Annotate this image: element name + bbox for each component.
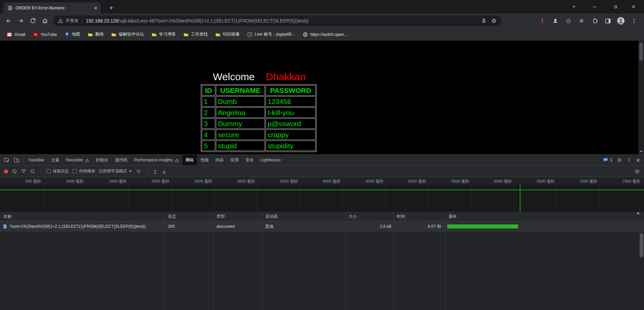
tab-search-button[interactable]	[566, 0, 582, 13]
import-har-button[interactable]	[152, 169, 158, 174]
devtools-tab-security[interactable]: 安全	[242, 155, 257, 165]
timeline-gridline	[257, 185, 257, 212]
network-request-row[interactable]: ?sort=1%20and%20if(1=2,1,(SELECT(1)FROM(…	[0, 221, 644, 231]
column-header-size[interactable]: 大小	[349, 212, 357, 221]
column-header-waterfall[interactable]: 瀑布	[449, 212, 457, 221]
home-button[interactable]	[39, 15, 51, 27]
bookmark-gmail[interactable]: Gmail	[4, 31, 28, 38]
tab-title: ORDER BY-Error-Numeric	[15, 6, 91, 10]
timeline-tick-label: 6000 毫秒	[471, 179, 512, 184]
network-overview-timeline[interactable]: 500 毫秒 1000 毫秒 1500 毫秒 2000 毫秒 2500 毫秒 3…	[0, 178, 644, 212]
column-separator	[394, 212, 394, 310]
extension-icon-4[interactable]	[576, 15, 587, 26]
inspect-element-button[interactable]	[1, 155, 11, 165]
bookmark-live-account[interactable]: Live 账号：jayjay66...	[244, 31, 298, 38]
divider	[23, 157, 24, 163]
request-name: ?sort=1%20and%20if(1=2,1,(SELECT(1)FROM(…	[9, 221, 146, 231]
export-har-button[interactable]	[162, 169, 167, 174]
bookmark-folder-forum[interactable]: 破解软件论坛	[108, 31, 147, 38]
request-initiator: 其他	[265, 221, 274, 231]
devtools-tab-recorder[interactable]: Recorder	[63, 155, 93, 165]
device-toolbar-button[interactable]	[11, 155, 21, 165]
share-button[interactable]	[479, 16, 489, 26]
home-icon	[42, 17, 48, 24]
address-bar[interactable]: 不安全 192.168.23.128/sqli-labs/Less-46/?so…	[53, 15, 502, 26]
col-password: PASSWORD	[266, 85, 316, 96]
devtools-tab-performance-insights[interactable]: Performance insights	[131, 155, 182, 165]
timeline-tick-label: 4000 毫秒	[300, 179, 340, 184]
network-conditions-button[interactable]	[136, 169, 141, 174]
devtools-tab-hackbar[interactable]: HackBar	[25, 155, 48, 165]
extension-icon-2[interactable]	[550, 15, 561, 26]
openai-icon	[303, 32, 308, 37]
scrollbar-thumb[interactable]	[639, 43, 643, 61]
bookmark-maps[interactable]: 地图	[62, 31, 83, 38]
new-tab-button[interactable]	[107, 3, 116, 12]
tab-close-icon[interactable]	[93, 6, 98, 10]
column-header-time[interactable]: 时间	[397, 212, 405, 221]
browser-menu-button[interactable]	[629, 15, 639, 26]
devtools-menu-button[interactable]	[627, 157, 631, 163]
bookmark-folder-mirror[interactable]: 咕咕镜像	[213, 31, 242, 38]
scrollbar-down-arrow[interactable]	[638, 149, 644, 154]
column-header-type[interactable]: 类型	[217, 212, 225, 221]
browser-tab[interactable]: ORDER BY-Error-Numeric	[3, 2, 101, 13]
inspect-icon	[4, 157, 9, 163]
extension-icon-3[interactable]	[563, 15, 574, 26]
devtools-tab-network[interactable]: 网络	[182, 155, 197, 165]
devtools-scrollbar-thumb[interactable]	[640, 233, 643, 257]
bookmark-star-button[interactable]	[489, 16, 499, 26]
devtools-tab-memory[interactable]: 内存	[212, 155, 227, 165]
column-header-name[interactable]: 名称	[3, 212, 12, 221]
maximize-button[interactable]	[608, 0, 623, 13]
timeline-gridline	[43, 185, 43, 212]
devtools-close-button[interactable]	[636, 158, 641, 163]
record-button[interactable]	[4, 169, 8, 173]
issues-button[interactable]: 1	[603, 158, 612, 162]
side-panel-button[interactable]	[602, 15, 613, 26]
network-request-table: 名称 状态 类型 启动器 大小 时间 瀑布 ?sort=1%20and%20if…	[0, 212, 644, 310]
reload-button[interactable]	[27, 15, 39, 27]
col-username: USERNAME	[216, 85, 265, 96]
extension-icon-1[interactable]	[537, 15, 548, 26]
avatar-icon	[617, 17, 625, 25]
column-header-status[interactable]: 状态	[168, 212, 176, 221]
page-scrollbar[interactable]	[638, 41, 644, 154]
devtools-tab-performance[interactable]: 性能	[197, 155, 212, 165]
timeline-gridline	[514, 185, 514, 212]
bookmark-folder-job[interactable]: 工作查找	[181, 31, 211, 38]
minimize-button[interactable]	[587, 0, 602, 13]
devtools-tab-elements[interactable]: 元素	[48, 155, 63, 165]
devtools-tab-application[interactable]: 应用	[227, 155, 242, 165]
timeline-gridline	[599, 185, 600, 212]
extensions-puzzle-button[interactable]	[589, 15, 600, 26]
timeline-tick-label: 500 毫秒	[1, 179, 41, 184]
close-window-button[interactable]	[626, 0, 641, 13]
device-icon	[14, 157, 19, 163]
devtools-tab-console[interactable]: 控制台	[92, 155, 111, 165]
warning-icon	[85, 158, 89, 162]
filter-button[interactable]	[21, 169, 26, 174]
preserve-log-checkbox[interactable]	[46, 169, 51, 173]
forward-button[interactable]	[15, 15, 27, 27]
devtools-tab-lighthouse[interactable]: Lighthouse	[257, 155, 284, 165]
share-icon	[481, 18, 487, 24]
devtools-tab-sources[interactable]: 源代码	[111, 155, 131, 165]
clear-button[interactable]	[12, 169, 17, 174]
column-separator	[165, 212, 165, 310]
bookmark-youtube[interactable]: YouTube	[30, 31, 60, 38]
devtools-settings-button[interactable]	[617, 157, 622, 163]
bookmark-auth0[interactable]: https://auth0.open...	[300, 31, 350, 38]
search-button[interactable]	[30, 169, 35, 174]
disable-cache-checkbox[interactable]	[73, 169, 77, 173]
profile-avatar[interactable]	[615, 15, 626, 26]
column-header-initiator[interactable]: 启动器	[265, 212, 278, 221]
gear-icon	[635, 169, 640, 174]
throttling-select[interactable]: 已停用节流模式	[99, 168, 132, 174]
not-secure-warning-icon	[58, 18, 63, 23]
load-event-line	[520, 185, 520, 212]
bookmark-folder-blog[interactable]: 学习博客	[149, 31, 179, 38]
bookmark-folder-fanqiang[interactable]: 翻墙	[85, 31, 106, 38]
network-settings-button[interactable]	[635, 169, 640, 174]
back-button[interactable]	[3, 15, 15, 27]
